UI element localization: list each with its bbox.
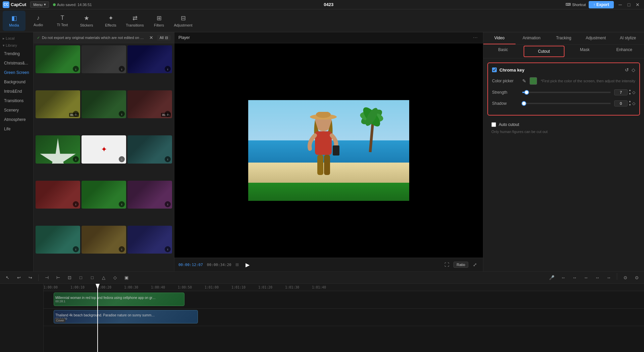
tab-tracking[interactable]: Tracking — [548, 32, 580, 44]
media-thumb-13[interactable]: ↓ — [36, 226, 80, 254]
sidebar-item-scenery[interactable]: Scenery — [1, 106, 32, 115]
tool-text[interactable]: T TI Text — [51, 11, 74, 31]
tl-link-3[interactable]: ↔ — [581, 273, 591, 282]
minimize-button[interactable]: ─ — [616, 1, 624, 8]
tl-crop[interactable]: ⊡ — [65, 273, 74, 282]
close-button[interactable]: ✕ — [634, 1, 641, 8]
export-button[interactable]: ↑ Export — [589, 1, 614, 8]
chroma-key-checkbox[interactable] — [492, 68, 497, 72]
tl-mirror[interactable]: □ — [88, 273, 97, 282]
tool-adjustment[interactable]: ⊟ Adjustment — [172, 11, 195, 31]
tl-split[interactable]: ⊣ — [42, 273, 51, 282]
strength-keyframe[interactable]: ◇ — [632, 90, 635, 95]
color-swatch[interactable] — [530, 77, 537, 85]
shadow-input[interactable] — [614, 100, 628, 106]
media-thumb-15[interactable]: ↓ — [127, 226, 172, 254]
sidebar-item-trending[interactable]: Trending — [1, 49, 32, 58]
download-icon-8[interactable]: ↓ — [119, 156, 125, 162]
tl-audio-record[interactable]: 🎤 — [547, 273, 556, 282]
media-thumb-7[interactable]: ↓ — [36, 135, 80, 163]
play-button[interactable]: ▶ — [243, 260, 252, 269]
tl-delete[interactable]: ⊢ — [53, 273, 63, 282]
media-thumb-1[interactable]: ↓ — [36, 45, 80, 73]
screenshot-button[interactable]: ⛶ — [443, 261, 451, 269]
tl-zoom-in[interactable]: ⊙ — [632, 273, 641, 282]
tl-more[interactable]: ▣ — [122, 273, 131, 282]
sidebar-item-greenscreen[interactable]: Green Screen — [1, 68, 32, 77]
media-thumb-8[interactable]: ✦ ↓ — [82, 135, 126, 163]
strength-up[interactable]: ▲ — [628, 89, 632, 92]
sidebar-item-introend[interactable]: Intro&End — [1, 87, 32, 96]
download-icon-14[interactable]: ↓ — [119, 246, 125, 252]
media-thumb-5[interactable]: ↓ — [82, 90, 126, 118]
strength-slider[interactable] — [522, 92, 611, 93]
download-icon-10[interactable]: ↓ — [73, 201, 79, 207]
fullscreen-button[interactable]: ⤢ — [471, 261, 479, 269]
tl-undo[interactable]: ↩ — [14, 273, 23, 282]
auto-cutout-checkbox[interactable] — [491, 122, 496, 127]
tl-keyframe[interactable]: ◇ — [110, 273, 120, 282]
menu-button[interactable]: Menu ▾ — [30, 1, 49, 8]
tl-link-4[interactable]: ↔ — [593, 273, 602, 282]
strength-slider-thumb[interactable] — [524, 90, 529, 95]
shadow-down[interactable]: ▼ — [628, 103, 632, 107]
download-icon-1[interactable]: ↓ — [73, 66, 79, 72]
media-thumb-9[interactable]: ↓ — [127, 135, 172, 163]
media-thumb-4[interactable]: 00:01 ↓ — [36, 90, 80, 118]
sidebar-item-transitions[interactable]: Transitions — [1, 96, 32, 105]
clip-beach[interactable]: Thailand 4k beach background. Paradise n… — [54, 310, 198, 323]
tl-link-1[interactable]: ↔ — [558, 273, 568, 282]
tl-freeze[interactable]: □ — [76, 273, 86, 282]
tool-media[interactable]: ◧ Media — [3, 11, 25, 31]
download-icon-11[interactable]: ↓ — [119, 201, 125, 207]
edit-color-button[interactable]: ✎ — [522, 78, 526, 84]
tool-stickers[interactable]: ★ Stickers — [75, 11, 98, 31]
tl-zoom-out[interactable]: ⊙ — [621, 273, 630, 282]
sidebar-item-life[interactable]: Life — [1, 125, 32, 133]
sidebar-item-background[interactable]: Background — [1, 78, 32, 86]
download-icon-9[interactable]: ↓ — [165, 156, 171, 162]
tl-cursor-tool[interactable]: ↖ — [3, 273, 12, 282]
tool-audio[interactable]: ♪ Audio — [27, 11, 50, 31]
tl-link-5[interactable]: ↔ — [604, 273, 613, 282]
download-icon-12[interactable]: ↓ — [165, 201, 171, 207]
tab-adjustment[interactable]: Adjustment — [580, 32, 612, 44]
tab-video[interactable]: Video — [483, 32, 516, 44]
sub-tab-basic[interactable]: Basic — [483, 45, 523, 58]
download-icon-3[interactable]: ↓ — [165, 66, 171, 72]
strength-down[interactable]: ▼ — [628, 92, 632, 96]
download-icon-15[interactable]: ↓ — [165, 246, 171, 252]
media-thumb-11[interactable]: ↓ — [82, 181, 126, 209]
media-thumb-10[interactable]: ↓ — [36, 181, 80, 209]
shadow-slider-thumb[interactable] — [522, 101, 526, 106]
chroma-diamond-button[interactable]: ◇ — [632, 67, 635, 73]
all-filter-button[interactable]: All ⊟ — [157, 35, 171, 41]
sub-tab-enhance[interactable]: Enhance — [604, 45, 644, 58]
media-thumb-2[interactable]: ↓ — [82, 45, 126, 73]
ratio-button[interactable]: Ratio — [453, 262, 468, 268]
tool-transitions[interactable]: ⇄ Transitions — [123, 11, 146, 31]
player-more-button[interactable]: ⋯ — [472, 35, 479, 40]
download-icon-7[interactable]: ↓ — [73, 156, 79, 162]
notification-close[interactable]: ✕ — [148, 34, 155, 41]
tl-color[interactable]: △ — [99, 273, 108, 282]
tab-ai-stylize[interactable]: AI stylize — [612, 32, 644, 44]
clip-greenscreen[interactable]: Millennial woman in red top and fedora u… — [54, 293, 184, 306]
tool-effects[interactable]: ✦ Effects — [99, 11, 122, 31]
sub-tab-mask[interactable]: Mask — [565, 45, 605, 58]
strength-input[interactable] — [614, 89, 628, 95]
sub-tab-cutout[interactable]: Cutout — [524, 46, 565, 57]
shortcut-button[interactable]: ⌨ Shortcut — [566, 2, 586, 7]
download-icon-5[interactable]: ↓ — [119, 111, 125, 117]
tool-filters[interactable]: ⊞ Filters — [148, 11, 170, 31]
chroma-undo-button[interactable]: ↺ — [625, 67, 629, 73]
download-icon-13[interactable]: ↓ — [73, 246, 79, 252]
shadow-keyframe[interactable]: ◇ — [632, 101, 635, 106]
media-thumb-3[interactable]: ↓ — [127, 45, 172, 73]
media-thumb-12[interactable]: ↓ — [127, 181, 172, 209]
sidebar-item-christmas[interactable]: Christmas&... — [1, 59, 32, 68]
tl-redo[interactable]: ↪ — [25, 273, 35, 282]
media-thumb-14[interactable]: ↓ — [82, 226, 126, 254]
media-thumb-6[interactable]: 00:15 ↓ — [127, 90, 172, 118]
maximize-button[interactable]: □ — [625, 1, 633, 8]
